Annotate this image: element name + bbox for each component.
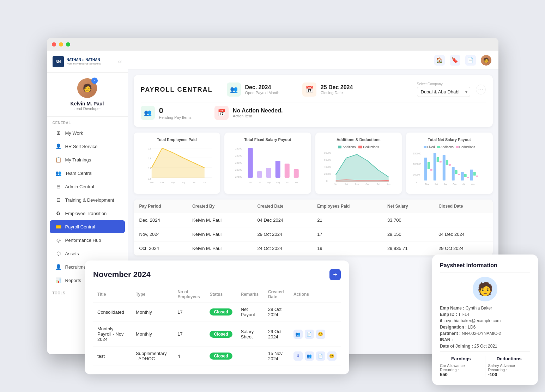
- sidebar-item-my-work[interactable]: ⊞ My Work: [50, 127, 125, 139]
- action-file-icon[interactable]: 📄: [316, 351, 325, 354]
- sidebar-item-team-central[interactable]: 👥 Team Central: [50, 167, 125, 179]
- svg-text:28000: 28000: [235, 169, 242, 171]
- action-users-icon[interactable]: 👥: [293, 330, 303, 339]
- user-role: Lead Developer: [73, 106, 101, 111]
- cell-emp-paid: 17: [311, 227, 382, 241]
- closing-date-value: 25 Dec 2024: [321, 84, 353, 91]
- cell-closed-date: [433, 213, 492, 227]
- action-users-icon[interactable]: 👥: [305, 351, 314, 354]
- svg-text:Sep: Sep: [355, 183, 359, 185]
- svg-rect-23: [285, 164, 290, 178]
- svg-text:Nov: Nov: [425, 183, 429, 185]
- sidebar-item-training-development[interactable]: ⊟ Training & Development: [50, 194, 125, 206]
- sidebar-item-performance-hub[interactable]: ◎ Performance Hub: [50, 234, 125, 246]
- file-icon[interactable]: 📄: [465, 55, 476, 66]
- logo-icon: NN: [53, 56, 64, 67]
- recruitment-icon: 👤: [55, 264, 62, 270]
- svg-rect-47: [434, 153, 436, 180]
- chart-net-salary: Total Net Salary Payout Fixed Additions …: [406, 133, 493, 194]
- action-label: Action Item: [233, 114, 283, 118]
- add-payroll-button[interactable]: +: [329, 269, 341, 280]
- svg-text:Aug: Aug: [365, 183, 369, 185]
- assets-icon: ⬡: [55, 250, 62, 257]
- svg-text:27500: 27500: [235, 176, 242, 178]
- sidebar-item-employee-transition[interactable]: ♻ Employee Transition: [50, 207, 125, 220]
- avatar-badge: ✓: [91, 78, 98, 84]
- sidebar-item-assets[interactable]: ⬡ Assets: [50, 247, 125, 260]
- maximize-dot[interactable]: [66, 42, 70, 47]
- table-row[interactable]: Nov, 2024 Kelvin M. Paul 29 Oct 2024 17 …: [134, 227, 493, 241]
- cell-created-date: 04 Dec 2024: [252, 213, 311, 227]
- top-bar: 🏠 🔖 📄 🧑: [128, 51, 498, 69]
- cell-pay-period: Oct. 2024: [134, 241, 187, 256]
- row-title: test: [93, 347, 132, 355]
- svg-text:0: 0: [416, 180, 417, 183]
- collapse-button[interactable]: ‹‹: [118, 59, 122, 65]
- row-status: Closed: [205, 322, 236, 347]
- paysheet-title: Paysheet Information: [440, 262, 498, 269]
- sidebar-item-label: Admin Central: [65, 184, 94, 189]
- svg-text:29500: 29500: [235, 147, 242, 150]
- november-panel: November 2024 + Title Type No of Employe…: [85, 261, 349, 354]
- more-options-button[interactable]: ⋯: [476, 85, 486, 94]
- svg-text:Jul: Jul: [462, 183, 465, 185]
- status-badge: Closed: [210, 353, 232, 354]
- table-row[interactable]: Oct. 2024 Kelvin M. Paul 24 Oct 2024 19 …: [134, 241, 493, 256]
- home-icon[interactable]: 🏠: [434, 55, 445, 66]
- top-avatar[interactable]: 🧑: [481, 55, 491, 66]
- action-file-icon[interactable]: 📄: [305, 330, 314, 339]
- svg-rect-59: [440, 161, 442, 163]
- logo-area: NN NATHAN :: NATHAN Human Resource Solut…: [53, 56, 101, 67]
- sidebar-item-hr-self-service[interactable]: 👤 HR Self Service: [50, 140, 125, 153]
- svg-text:28500: 28500: [235, 161, 242, 164]
- action-smile-icon[interactable]: 😊: [327, 351, 337, 354]
- select-company-label: Select Company: [417, 82, 470, 86]
- close-dot[interactable]: [52, 42, 56, 47]
- title-bar: [47, 38, 498, 51]
- svg-text:60000: 60000: [324, 159, 331, 161]
- chart-title-employees: Total Employees Paid: [139, 137, 216, 142]
- payroll-icon: 💳: [55, 223, 62, 230]
- user-name: Kelvin M. Paul: [71, 101, 104, 106]
- sidebar-item-my-trainings[interactable]: 📋 My Trainings: [50, 153, 125, 166]
- row-remarks: [237, 347, 264, 355]
- svg-text:Oct: Oct: [435, 183, 438, 185]
- svg-text:Jul: Jul: [376, 183, 379, 185]
- table-row[interactable]: Dec. 2024 Kelvin M. Paul 04 Dec 2024 21 …: [134, 213, 493, 227]
- transition-icon: ♻: [55, 210, 62, 216]
- th-created: Created Date: [264, 287, 289, 302]
- general-section-label: General: [47, 117, 128, 126]
- sidebar-item-label: Employee Transition: [65, 211, 107, 216]
- row-title: Monthly Payroll - Nov 2024: [93, 322, 132, 347]
- svg-text:Oct: Oct: [161, 182, 164, 184]
- row-type: Supplementary - ADHOC: [132, 347, 173, 355]
- chart-fixed-salary: Total Fixed Salary Payout 29500 29000 28…: [224, 133, 311, 194]
- svg-rect-56: [464, 174, 467, 177]
- open-payroll-value: Dec. 2024: [245, 84, 279, 91]
- list-item[interactable]: Monthly Payroll - Nov 2024 Monthly 17 Cl…: [93, 322, 341, 347]
- list-item[interactable]: test Supplementary - ADHOC 4 Closed 15 N…: [93, 347, 341, 355]
- company-select[interactable]: Dubai & Abu Dhabi All Companies: [417, 87, 470, 97]
- action-smile-icon[interactable]: 😊: [316, 330, 325, 339]
- admin-icon: ⊟: [55, 183, 62, 190]
- row-num-emp: 4: [173, 347, 205, 355]
- chart-area-add-ded: 80000 60000 40000 20000 0: [320, 150, 397, 189]
- svg-text:Oct: Oct: [345, 183, 348, 185]
- col-created-by: Created By: [187, 200, 252, 213]
- minimize-dot[interactable]: [59, 42, 63, 47]
- action-download-icon[interactable]: ⬇: [293, 351, 303, 354]
- pending-icon: 👥: [141, 106, 155, 120]
- svg-rect-55: [455, 170, 458, 174]
- bookmark-icon[interactable]: 🔖: [450, 55, 460, 66]
- sidebar-item-admin-central[interactable]: ⊟ Admin Central: [50, 180, 125, 193]
- svg-text:Nov: Nov: [150, 182, 153, 184]
- chart-area-salary: 29500 29000 28500 28000 27500: [229, 145, 306, 184]
- row-type: Monthly: [132, 322, 173, 347]
- sidebar-item-payroll-central[interactable]: 💳 Payroll Central: [50, 220, 125, 233]
- list-item[interactable]: Consolidated Monthly 17 Closed Net Payou…: [93, 302, 341, 322]
- sidebar-item-label: Payroll Central: [65, 224, 95, 229]
- svg-text:Oct: Oct: [258, 182, 261, 184]
- svg-rect-60: [449, 164, 451, 166]
- row-status: Closed: [205, 302, 236, 322]
- cell-created-date: 24 Oct 2024: [252, 241, 311, 256]
